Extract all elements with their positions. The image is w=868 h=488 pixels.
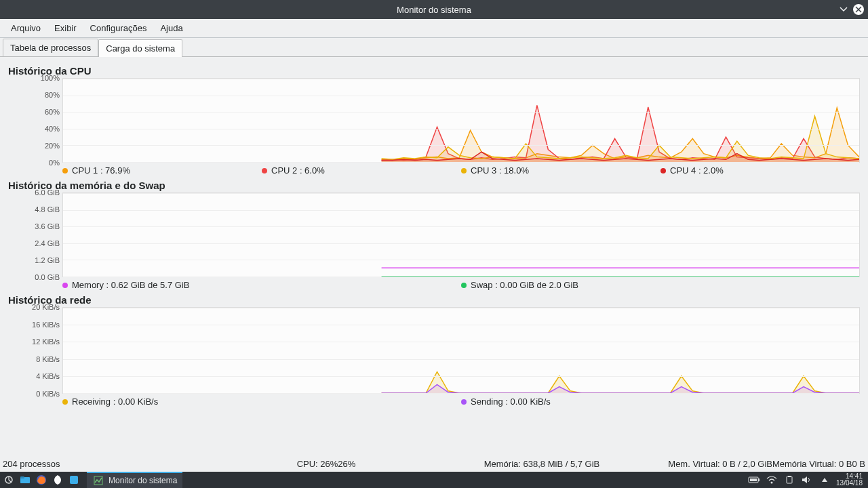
menu-exibir[interactable]: Exibir (47, 20, 83, 36)
svg-rect-4 (70, 476, 78, 484)
legend-swatch-icon (461, 283, 467, 288)
legend-swatch-icon (461, 399, 467, 405)
status-cpu: CPU: 26%26% (218, 459, 434, 469)
legend-swatch-icon (660, 168, 666, 174)
app-icon-1[interactable] (52, 474, 64, 486)
ytick-label: 0 KiB/s (36, 390, 60, 398)
clock-date: 13/04/18 (836, 480, 863, 487)
ytick-label: 80% (45, 91, 60, 99)
close-icon[interactable] (853, 4, 864, 15)
tab-carga-sistema[interactable]: Carga do sistema (98, 39, 182, 57)
ytick-label: 100% (41, 74, 60, 82)
mem-legend: Memory : 0.62 GiB de 5.7 GiBSwap : 0.00 … (62, 280, 860, 290)
ytick-label: 1.2 GiB (35, 256, 60, 264)
legend-item: Sending : 0.00 KiB/s (461, 396, 860, 407)
app-icon-2[interactable] (68, 474, 80, 486)
status-memory: Memória: 638,8 MiB / 5,7 GiB (434, 459, 650, 469)
tab-bar: Tabela de processos Carga do sistema (0, 38, 868, 57)
ytick-label: 4.8 GiB (35, 205, 60, 214)
window-titlebar: Monitor do sistema (0, 0, 868, 19)
legend-label: CPU 2 : 6.0% (271, 165, 325, 176)
ytick-label: 20% (45, 142, 60, 150)
menu-bar: Arquivo Exibir Configurações Ajuda (0, 19, 868, 38)
clipboard-icon[interactable] (783, 474, 795, 486)
status-swap: Mem. Virtual: 0 B / 2,0 GiBMemória Virtu… (650, 459, 865, 469)
legend-swatch-icon (62, 283, 68, 288)
battery-icon[interactable] (748, 474, 760, 486)
legend-label: Receiving : 0.00 KiB/s (72, 396, 158, 407)
svg-rect-8 (750, 479, 757, 481)
volume-icon[interactable] (801, 474, 813, 486)
start-menu-icon[interactable] (3, 474, 15, 486)
legend-swatch-icon (262, 168, 267, 174)
legend-label: CPU 4 : 2.0% (670, 165, 724, 176)
legend-swatch-icon (461, 168, 467, 174)
mem-section-title: Histórico da memória e do Swap (8, 180, 860, 191)
svg-rect-10 (787, 476, 792, 483)
taskbar: Monitor do sistema 14:41 13/04/18 (0, 472, 868, 488)
tray-expand-icon[interactable] (818, 474, 831, 486)
legend-item: CPU 4 : 2.0% (660, 165, 860, 176)
legend-item: CPU 3 : 18.0% (461, 165, 660, 176)
svg-point-9 (771, 482, 773, 484)
legend-item: CPU 1 : 76.9% (62, 165, 262, 176)
menu-ajuda[interactable]: Ajuda (153, 20, 189, 36)
legend-swatch-icon (62, 168, 68, 174)
net-chart: 20 KiB/s16 KiB/s12 KiB/s8 KiB/s4 KiB/s0 … (62, 307, 860, 394)
ytick-label: 0% (49, 159, 60, 167)
svg-rect-2 (20, 476, 24, 479)
taskbar-running-label: Monitor do sistema (108, 476, 177, 485)
ytick-label: 6.0 GiB (35, 188, 60, 197)
ytick-label: 60% (45, 108, 60, 116)
tab-tabela-processos[interactable]: Tabela de processos (3, 39, 98, 56)
file-manager-icon[interactable] (19, 474, 31, 486)
system-monitor-icon (92, 474, 104, 487)
legend-label: CPU 3 : 18.0% (471, 165, 529, 176)
legend-label: Swap : 0.00 GiB de 2.0 GiB (471, 280, 578, 290)
legend-swatch-icon (62, 399, 68, 405)
taskbar-running-app[interactable]: Monitor do sistema (87, 472, 182, 488)
ytick-label: 16 KiB/s (32, 321, 60, 329)
minimize-icon[interactable] (838, 4, 849, 15)
cpu-section-title: Histórico da CPU (8, 65, 860, 77)
legend-item: Swap : 0.00 GiB de 2.0 GiB (461, 280, 860, 290)
legend-label: Memory : 0.62 GiB de 5.7 GiB (72, 280, 189, 290)
menu-configuracoes[interactable]: Configurações (83, 20, 154, 36)
legend-item: Memory : 0.62 GiB de 5.7 GiB (62, 280, 461, 290)
svg-rect-11 (788, 476, 791, 477)
window-title: Monitor do sistema (397, 5, 471, 15)
cpu-legend: CPU 1 : 76.9%CPU 2 : 6.0%CPU 3 : 18.0%CP… (62, 165, 860, 176)
status-processes: 204 processos (3, 459, 218, 469)
ytick-label: 0.0 GiB (35, 273, 60, 281)
content-area: Histórico da CPU 100%80%60%40%20%0% CPU … (0, 57, 868, 455)
ytick-label: 40% (45, 125, 60, 133)
taskbar-clock[interactable]: 14:41 13/04/18 (836, 473, 863, 487)
ytick-label: 8 KiB/s (36, 355, 60, 363)
legend-label: Sending : 0.00 KiB/s (471, 396, 551, 407)
firefox-icon[interactable] (35, 474, 47, 486)
legend-item: Receiving : 0.00 KiB/s (62, 396, 461, 407)
cpu-chart: 100%80%60%40%20%0% (62, 78, 860, 163)
legend-label: CPU 1 : 76.9% (72, 165, 130, 176)
net-section-title: Histórico da rede (8, 294, 860, 306)
legend-item: CPU 2 : 6.0% (262, 165, 461, 176)
status-bar: 204 processos CPU: 26%26% Memória: 638,8… (0, 455, 868, 472)
ytick-label: 2.4 GiB (35, 239, 60, 247)
wifi-icon[interactable] (766, 474, 778, 486)
ytick-label: 12 KiB/s (32, 338, 60, 346)
svg-rect-7 (758, 479, 760, 481)
ytick-label: 4 KiB/s (36, 372, 60, 380)
menu-arquivo[interactable]: Arquivo (4, 20, 47, 36)
mem-chart: 6.0 GiB4.8 GiB3.6 GiB2.4 GiB1.2 GiB0.0 G… (62, 192, 860, 277)
ytick-label: 20 KiB/s (32, 303, 60, 311)
ytick-label: 3.6 GiB (35, 222, 60, 230)
net-legend: Receiving : 0.00 KiB/sSending : 0.00 KiB… (62, 396, 860, 407)
